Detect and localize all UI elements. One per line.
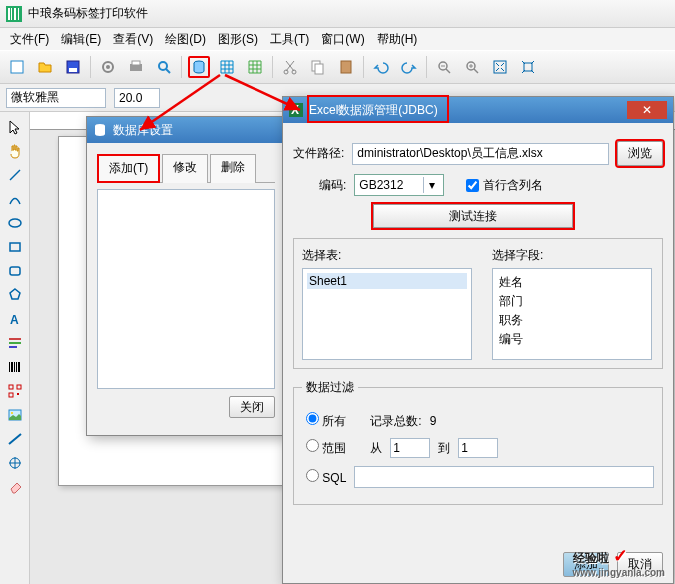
grid2-icon[interactable] xyxy=(244,56,266,78)
close-button[interactable]: 关闭 xyxy=(229,396,275,418)
database-dialog: 数据库设置 添加(T) 修改 删除 关闭 xyxy=(86,116,286,436)
zoomin-icon[interactable] xyxy=(461,56,483,78)
line-icon[interactable] xyxy=(4,164,26,186)
fields-listbox[interactable]: 姓名 部门 职务 编号 xyxy=(492,268,652,360)
select-group: 选择表: Sheet1 选择字段: 姓名 部门 职务 编号 xyxy=(293,238,663,369)
svg-rect-32 xyxy=(10,267,20,275)
barcode-icon[interactable] xyxy=(4,356,26,378)
filter-range-radio[interactable]: 范围 xyxy=(306,439,346,457)
curve-icon[interactable] xyxy=(4,188,26,210)
svg-rect-11 xyxy=(132,61,140,65)
svg-rect-40 xyxy=(16,362,17,372)
db-list[interactable] xyxy=(97,189,275,389)
roundrect-icon[interactable] xyxy=(4,260,26,282)
line2-icon[interactable] xyxy=(4,428,26,450)
filter-sql-radio[interactable]: SQL xyxy=(306,469,346,485)
path-label: 文件路径: xyxy=(293,145,344,162)
svg-rect-28 xyxy=(524,63,532,71)
tab-add[interactable]: 添加(T) xyxy=(97,154,160,183)
zoomout-icon[interactable] xyxy=(433,56,455,78)
path-input[interactable] xyxy=(352,143,609,165)
svg-rect-2 xyxy=(11,8,12,20)
menu-draw[interactable]: 绘图(D) xyxy=(161,31,210,48)
excel-dialog-titlebar: X Excel数据源管理(JDBC) ✕ xyxy=(283,97,673,123)
redo-icon[interactable] xyxy=(398,56,420,78)
qrcode-icon[interactable] xyxy=(4,380,26,402)
new-icon[interactable] xyxy=(6,56,28,78)
app-icon xyxy=(6,6,22,22)
total-value: 9 xyxy=(430,414,437,428)
list-item[interactable]: Sheet1 xyxy=(307,273,467,289)
list-item[interactable]: 姓名 xyxy=(497,273,647,292)
database-icon[interactable] xyxy=(188,56,210,78)
fit-icon[interactable] xyxy=(489,56,511,78)
test-connection-button[interactable]: 测试连接 xyxy=(373,204,573,228)
svg-line-29 xyxy=(10,170,20,180)
separator xyxy=(272,56,273,78)
hand-icon[interactable] xyxy=(4,140,26,162)
text-icon[interactable]: A xyxy=(4,308,26,330)
image-icon[interactable] xyxy=(4,404,26,426)
select-table-label: 选择表: xyxy=(302,247,472,264)
tab-delete[interactable]: 删除 xyxy=(210,154,256,183)
tab-modify[interactable]: 修改 xyxy=(162,154,208,183)
svg-rect-4 xyxy=(18,8,19,20)
pointer-icon[interactable] xyxy=(4,116,26,138)
svg-line-13 xyxy=(166,69,170,73)
tables-listbox[interactable]: Sheet1 xyxy=(302,268,472,360)
tool-palette: A xyxy=(0,112,30,584)
menu-view[interactable]: 查看(V) xyxy=(109,31,157,48)
cut-icon[interactable] xyxy=(279,56,301,78)
svg-rect-27 xyxy=(494,61,506,73)
eraser-icon[interactable] xyxy=(4,476,26,498)
fit2-icon[interactable] xyxy=(517,56,539,78)
list-item[interactable]: 编号 xyxy=(497,330,647,349)
browse-button[interactable]: 浏览 xyxy=(617,141,663,166)
sql-input[interactable] xyxy=(354,466,654,488)
svg-rect-39 xyxy=(14,362,15,372)
menu-window[interactable]: 窗口(W) xyxy=(317,31,368,48)
from-input[interactable]: 1 xyxy=(390,438,430,458)
save-icon[interactable] xyxy=(62,56,84,78)
gear-icon[interactable] xyxy=(97,56,119,78)
separator xyxy=(426,56,427,78)
close-icon[interactable]: ✕ xyxy=(627,101,667,119)
open-icon[interactable] xyxy=(34,56,56,78)
svg-rect-38 xyxy=(11,362,13,372)
polygon-icon[interactable] xyxy=(4,284,26,306)
grid-icon[interactable] xyxy=(216,56,238,78)
svg-point-12 xyxy=(159,62,167,70)
menu-help[interactable]: 帮助(H) xyxy=(373,31,422,48)
to-input[interactable]: 1 xyxy=(458,438,498,458)
svg-rect-43 xyxy=(17,385,21,389)
svg-line-26 xyxy=(474,69,478,73)
paste-icon[interactable] xyxy=(335,56,357,78)
list-item[interactable]: 职务 xyxy=(497,311,647,330)
filter-all-radio[interactable]: 所有 xyxy=(306,412,346,430)
svg-rect-35 xyxy=(9,342,21,344)
menu-file[interactable]: 文件(F) xyxy=(6,31,53,48)
separator xyxy=(181,56,182,78)
firstrow-checkbox[interactable]: 首行含列名 xyxy=(466,177,543,194)
rect-icon[interactable] xyxy=(4,236,26,258)
menu-shape[interactable]: 图形(S) xyxy=(214,31,262,48)
svg-rect-5 xyxy=(11,61,23,73)
encoding-combo[interactable]: GB2312 ▾ xyxy=(354,174,444,196)
menu-tool[interactable]: 工具(T) xyxy=(266,31,313,48)
undo-icon[interactable] xyxy=(370,56,392,78)
svg-point-47 xyxy=(11,412,13,414)
watermark: 经验啦 ✓ www.jingyanla.com xyxy=(573,545,665,578)
fontsize-input[interactable] xyxy=(114,88,160,108)
target-icon[interactable] xyxy=(4,452,26,474)
ellipse-icon[interactable] xyxy=(4,212,26,234)
copy-icon[interactable] xyxy=(307,56,329,78)
font-input[interactable] xyxy=(6,88,106,108)
print-icon[interactable] xyxy=(125,56,147,78)
menu-edit[interactable]: 编辑(E) xyxy=(57,31,105,48)
svg-point-9 xyxy=(106,65,110,69)
preview-icon[interactable] xyxy=(153,56,175,78)
svg-rect-37 xyxy=(9,362,10,372)
list-item[interactable]: 部门 xyxy=(497,292,647,311)
richtext-icon[interactable] xyxy=(4,332,26,354)
app-title: 中琅条码标签打印软件 xyxy=(28,5,148,22)
